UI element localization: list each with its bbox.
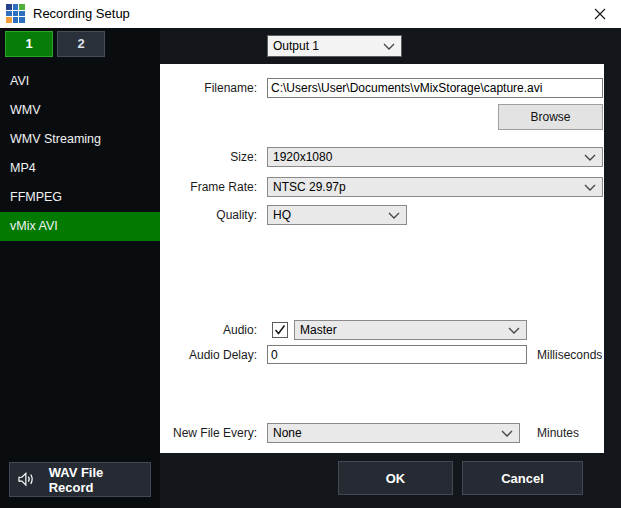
audio-checkbox[interactable]: [272, 322, 288, 338]
frame-rate-select[interactable]: NTSC 29.97p: [267, 177, 603, 197]
output-select[interactable]: Output 1: [267, 35, 402, 57]
size-select[interactable]: 1920x1080: [267, 147, 603, 167]
sidebar-item-avi[interactable]: AVI: [0, 67, 160, 96]
ok-button[interactable]: OK: [338, 461, 453, 495]
chevron-down-icon: [388, 212, 406, 219]
size-label: Size:: [160, 147, 257, 167]
recording-setup-dialog: Recording Setup 1 2 Output 1 AVI WMV WMV…: [0, 0, 621, 508]
frame-rate-select-value: NTSC 29.97p: [268, 180, 584, 194]
frame-rate-label: Frame Rate:: [160, 177, 257, 197]
audio-delay-unit: Milliseconds: [537, 345, 602, 365]
new-file-every-select[interactable]: None: [267, 423, 520, 443]
chevron-down-icon: [584, 154, 602, 161]
vmix-logo-icon: [6, 4, 26, 24]
close-button[interactable]: [585, 0, 615, 28]
title-bar: Recording Setup: [0, 0, 621, 28]
sidebar-item-vmix-avi[interactable]: vMix AVI: [0, 212, 160, 241]
window-title: Recording Setup: [33, 0, 130, 28]
output-select-value: Output 1: [268, 39, 383, 53]
audio-label: Audio:: [160, 320, 257, 340]
sidebar-item-wmv-streaming[interactable]: WMV Streaming: [0, 125, 160, 154]
chevron-down-icon: [584, 184, 602, 191]
filename-input[interactable]: [267, 78, 603, 98]
quality-label: Quality:: [160, 205, 257, 225]
chevron-down-icon: [383, 43, 401, 50]
size-select-value: 1920x1080: [268, 150, 584, 164]
wav-file-record-button[interactable]: WAV File Record: [9, 462, 151, 497]
speaker-icon: [17, 471, 36, 488]
audio-delay-input[interactable]: [267, 345, 527, 364]
quality-select-value: HQ: [268, 208, 388, 222]
settings-panel: Filename: Browse Size: 1920x1080 Frame R…: [160, 64, 604, 453]
tab-recorder-2[interactable]: 2: [57, 31, 105, 57]
checkmark-icon: [274, 324, 286, 336]
audio-delay-label: Audio Delay:: [160, 345, 257, 365]
close-icon: [594, 8, 606, 20]
wav-file-record-label: WAV File Record: [49, 465, 150, 495]
cancel-button[interactable]: Cancel: [462, 461, 583, 495]
audio-bus-select-value: Master: [295, 323, 508, 337]
quality-select[interactable]: HQ: [267, 205, 407, 225]
sidebar-item-mp4[interactable]: MP4: [0, 154, 160, 183]
format-list: AVI WMV WMV Streaming MP4 FFMPEG vMix AV…: [0, 67, 160, 241]
filename-label: Filename:: [160, 78, 257, 98]
sidebar-item-wmv[interactable]: WMV: [0, 96, 160, 125]
new-file-every-unit: Minutes: [537, 423, 579, 443]
tab-recorder-1[interactable]: 1: [5, 31, 53, 57]
chevron-down-icon: [501, 430, 519, 437]
new-file-every-select-value: None: [268, 426, 501, 440]
new-file-every-label: New File Every:: [160, 423, 257, 443]
audio-bus-select[interactable]: Master: [294, 320, 527, 340]
sidebar-item-ffmpeg[interactable]: FFMPEG: [0, 183, 160, 212]
chevron-down-icon: [508, 327, 526, 334]
browse-button[interactable]: Browse: [498, 104, 603, 130]
